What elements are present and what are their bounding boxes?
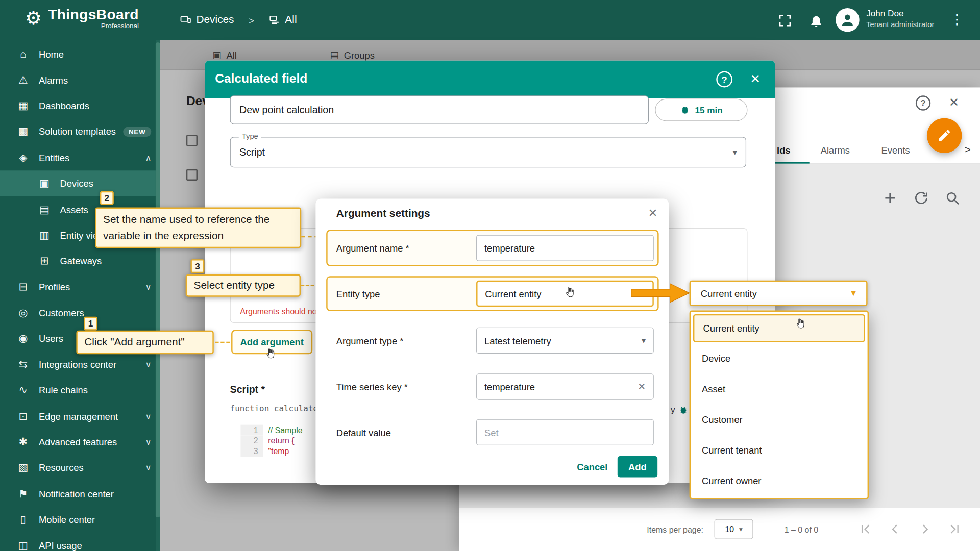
next-page-button[interactable]: [914, 518, 936, 540]
script-label: Script *: [230, 384, 265, 395]
line-number: 2: [240, 435, 263, 446]
breadcrumb-devices[interactable]: Devices: [180, 0, 234, 40]
sidebar-item-integrations-center[interactable]: ⇆Integrations center∨: [0, 352, 160, 378]
user-role: Tenant administrator: [866, 20, 934, 29]
script-code-editor[interactable]: 1// Sample 2return { 3"temp: [240, 425, 315, 457]
close-icon[interactable]: ✕: [949, 95, 960, 110]
integrations-icon: ⇆: [16, 358, 30, 371]
sidebar-item-gateways[interactable]: ⊞Gateways: [0, 248, 160, 274]
sidebar-item-edge-management[interactable]: ⊡Edge management∨: [0, 403, 160, 429]
code-text: return {: [263, 435, 295, 446]
refresh-icon[interactable]: [913, 190, 929, 206]
option-customer[interactable]: Customer: [691, 404, 868, 435]
option-current-tenant[interactable]: Current tenant: [691, 435, 868, 465]
default-value-placeholder: Set: [484, 427, 499, 438]
tab-calculated-fields[interactable]: lds: [777, 136, 791, 164]
sidebar-item-dashboards[interactable]: ▦Dashboards: [0, 93, 160, 119]
type-select[interactable]: Script ▾: [230, 137, 746, 167]
time-series-key-input[interactable]: temperature✕: [476, 373, 654, 399]
default-value-label: Default value: [336, 428, 391, 438]
bug-icon: [680, 105, 690, 115]
sidebar-item-profiles[interactable]: ⊟Profiles∨: [0, 274, 160, 300]
line-number: 1: [240, 425, 263, 436]
sidebar-item-label: Assets: [60, 204, 88, 215]
entity-type-value: Current entity: [485, 288, 541, 299]
fullscreen-icon[interactable]: [777, 13, 792, 28]
rule-chains-icon: ∿: [16, 384, 30, 397]
sidebar-scrollbar-thumb[interactable]: [156, 42, 160, 517]
logo-gear-icon: ⚙: [25, 9, 42, 28]
modal-header: Calculated field ? ✕: [205, 61, 775, 98]
search-icon[interactable]: [944, 190, 961, 206]
sidebar-item-api-usage[interactable]: ◫API usage: [0, 533, 160, 551]
clear-icon[interactable]: ✕: [638, 381, 645, 392]
edit-fab-button[interactable]: [927, 118, 962, 153]
argument-name-input[interactable]: temperature: [476, 235, 654, 261]
sidebar-item-solution-templates[interactable]: ▩Solution templatesNEW: [0, 119, 160, 145]
notifications-bell-icon[interactable]: [808, 13, 823, 28]
tab-scroll-right-icon[interactable]: >: [964, 144, 970, 156]
debug-duration-chip[interactable]: 15 min: [655, 98, 747, 121]
sidebar-item-customers[interactable]: ◎Customers: [0, 300, 160, 326]
sidebar-item-devices[interactable]: ▣Devices: [0, 170, 160, 196]
group-icon: [269, 14, 280, 26]
argument-name-label: Argument name *: [336, 243, 409, 254]
previous-page-button[interactable]: [885, 518, 906, 540]
sidebar-item-resources[interactable]: ▧Resources∨: [0, 455, 160, 481]
chevron-up-icon: ∧: [145, 153, 152, 162]
debug-duration-label: 15 min: [695, 105, 722, 115]
caret-down-icon: ▾: [733, 147, 737, 157]
add-argument-label: Add argument: [240, 337, 303, 347]
sidebar-item-label: Profiles: [39, 282, 70, 292]
add-icon[interactable]: [882, 190, 898, 206]
entity-type-dropdown-trigger[interactable]: Current entity ▼: [690, 281, 868, 306]
sidebar-item-label: API usage: [39, 540, 82, 551]
sidebar-item-label: Gateways: [60, 256, 102, 266]
home-icon: ⌂: [16, 48, 30, 60]
first-page-button[interactable]: [854, 518, 876, 540]
sidebar-item-home[interactable]: ⌂Home: [0, 41, 160, 67]
breadcrumb-all[interactable]: All: [269, 0, 297, 40]
more-menu-icon[interactable]: ⋮: [950, 11, 964, 28]
sidebar-item-alarms[interactable]: ⚠Alarms: [0, 67, 160, 93]
sidebar-scrollbar[interactable]: [156, 40, 160, 551]
mobile-center-icon: ▯: [16, 513, 30, 527]
brand-logo[interactable]: ⚙ ThingsBoard Professional: [25, 6, 139, 29]
option-current-owner[interactable]: Current owner: [691, 465, 868, 496]
arguments-error-text: Arguments should no: [240, 307, 316, 316]
close-icon[interactable]: ✕: [750, 71, 761, 86]
sidebar-item-mobile-center[interactable]: ▯Mobile center: [0, 507, 160, 533]
items-per-page-value: 10: [725, 524, 734, 534]
option-device[interactable]: Device: [691, 343, 868, 373]
callout-connector: [301, 285, 314, 286]
option-asset[interactable]: Asset: [691, 373, 868, 404]
advanced-features-icon: ✱: [16, 436, 30, 449]
sidebar-item-entities[interactable]: ◈Entities∧: [0, 145, 160, 171]
help-icon[interactable]: ?: [716, 71, 732, 88]
calculated-field-name-input[interactable]: Dew point calculation: [230, 95, 649, 124]
last-page-button[interactable]: [944, 518, 966, 540]
entities-icon: ◈: [16, 151, 30, 164]
close-icon[interactable]: ✕: [648, 206, 657, 220]
help-icon[interactable]: ?: [916, 95, 930, 110]
add-button[interactable]: Add: [618, 456, 657, 478]
chevron-down-icon: ∨: [145, 412, 152, 421]
option-current-entity[interactable]: Current entity: [693, 314, 865, 342]
default-value-input[interactable]: Set: [476, 419, 654, 445]
new-badge: NEW: [123, 127, 151, 137]
sidebar-item-label: Entities: [39, 152, 69, 163]
items-per-page-select[interactable]: 10 ▾: [715, 519, 753, 539]
user-meta: John Doe Tenant administrator: [866, 8, 934, 29]
cancel-button[interactable]: Cancel: [569, 457, 616, 477]
argument-type-select[interactable]: Latest telemetry▾: [476, 328, 654, 354]
devices-icon: [180, 14, 191, 26]
tab-events[interactable]: Events: [881, 136, 910, 164]
caret-down-icon: ▾: [739, 525, 743, 533]
tab-alarms[interactable]: Alarms: [821, 136, 850, 164]
argument-type-label: Argument type *: [336, 336, 404, 346]
sidebar-item-rule-chains[interactable]: ∿Rule chains: [0, 378, 160, 404]
sidebar-item-notification-center[interactable]: ⚑Notification center: [0, 481, 160, 507]
sidebar-item-advanced-features[interactable]: ✱Advanced features∨: [0, 429, 160, 455]
avatar[interactable]: [836, 8, 860, 32]
entity-views-icon: ▥: [37, 229, 51, 242]
